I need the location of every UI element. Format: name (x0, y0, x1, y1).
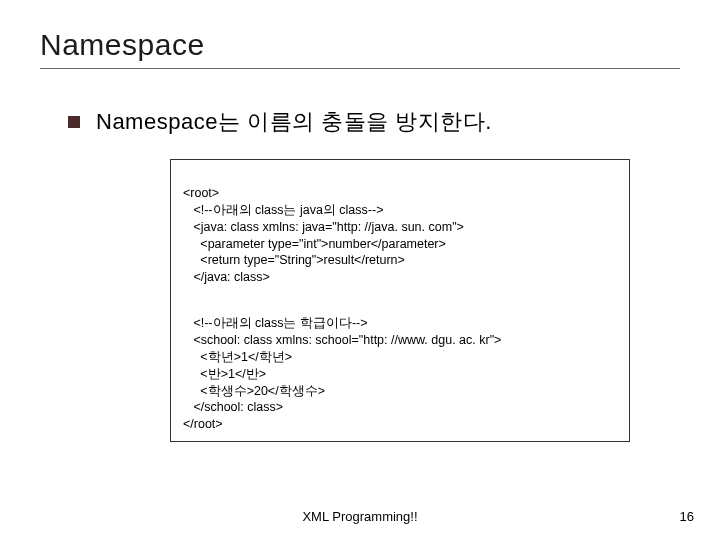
code-line: <return type="String">result</return> (183, 253, 405, 267)
page-number: 16 (680, 509, 694, 524)
code-line: </java: class> (183, 270, 270, 284)
code-line: <java: class xmlns: java="http: //java. … (183, 220, 464, 234)
square-bullet-icon (68, 116, 80, 128)
code-line: <root> (183, 186, 219, 200)
code-line: <반>1</반> (183, 367, 266, 381)
bullet-text: Namespace는 이름의 충돌을 방지한다. (96, 107, 492, 137)
bullet-item: Namespace는 이름의 충돌을 방지한다. (68, 107, 680, 137)
code-line: </school: class> (183, 400, 283, 414)
footer-text: XML Programming!! (0, 509, 720, 524)
code-line: <학생수>20</학생수> (183, 384, 325, 398)
blank-line (183, 286, 617, 298)
code-line: <!--아래의 class는 java의 class--> (183, 203, 383, 217)
code-line: <학년>1</학년> (183, 350, 292, 364)
code-block: <root> <!--아래의 class는 java의 class--> <ja… (170, 159, 630, 442)
code-line: <!--아래의 class는 학급이다--> (183, 316, 368, 330)
slide-title: Namespace (40, 28, 680, 62)
title-underline (40, 68, 680, 69)
code-line: <school: class xmlns: school="http: //ww… (183, 333, 501, 347)
slide: Namespace Namespace는 이름의 충돌을 방지한다. <root… (0, 0, 720, 540)
code-line: <parameter type="int">number</parameter> (183, 237, 446, 251)
code-line: </root> (183, 417, 223, 431)
